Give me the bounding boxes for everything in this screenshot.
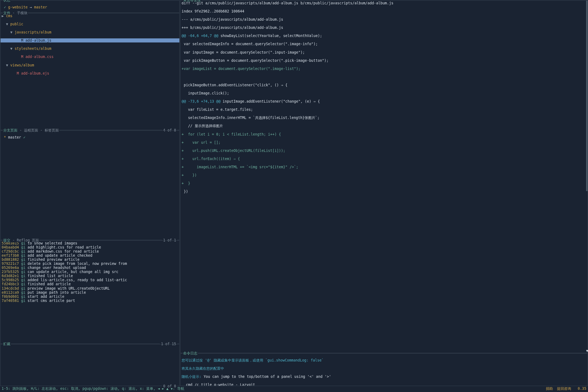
commit-row[interactable]: 23fb5325gican update article, but change…: [2, 270, 178, 274]
stash-counter: 0 of 0: [162, 384, 177, 388]
file-tree-row[interactable]: M add-album.css: [2, 55, 178, 59]
commit-message: add and update article checked: [27, 253, 178, 258]
diff-panel[interactable]: 未暂存更改 diff --git a/cms/public/javascript…: [180, 0, 588, 353]
commit-message: finished list article: [27, 274, 178, 278]
diff-line[interactable]: diff --git a/cms/public/javascripts/albu…: [182, 1, 586, 5]
scroll-down-icon[interactable]: ▼: [586, 349, 588, 353]
file-tree-row[interactable]: M add-album.js: [1, 38, 179, 42]
diff-line[interactable]: }): [182, 189, 586, 194]
commit-row[interactable]: fd24bbc3gifinished add article: [2, 282, 178, 286]
commit-message: start add article: [27, 295, 178, 299]
commit-author: gi: [21, 286, 27, 290]
app-root: 状态 ✓ g-website → master 文件 - 子模块 ▶ cms ▼…: [0, 0, 588, 392]
commit-row[interactable]: 7af40581gistart cms article part: [2, 299, 178, 303]
commit-row[interactable]: cf29dcbcgiadd markdown.css for read arti…: [2, 249, 178, 253]
commit-row[interactable]: f0b9d601gistart add article: [2, 295, 178, 299]
diff-line[interactable]: inputImage.click();: [182, 91, 586, 95]
diff-line[interactable]: + for (let i = 0; i < fileList.length; i…: [182, 132, 586, 136]
diff-line[interactable]: + url.push(URL.createObjectURL(fileList[…: [182, 149, 586, 153]
file-tree-row[interactable]: ▼ public: [2, 22, 178, 26]
file-tree-row[interactable]: ▼ views/album: [2, 63, 178, 67]
commit-row[interactable]: 979221c7gidelete pick image from local, …: [2, 262, 178, 266]
commit-hash: bd881882: [2, 258, 21, 262]
file-tree-row[interactable]: M add-album.ejs: [2, 71, 178, 75]
files-panel[interactable]: 文件 - 子模块 ▶ cms ▼ public ▼ javascripts/al…: [0, 13, 180, 130]
commit-author: gi: [21, 299, 27, 303]
help-keys: 1-5: 跳到面板, H/L: 左右滚动, esc: 取消, pgup/pgdo…: [2, 387, 184, 391]
commit-message: preview image with URL.createObjectURL: [27, 286, 178, 290]
diff-line[interactable]: +var imageList = document.querySelector(…: [182, 67, 586, 71]
diff-line[interactable]: [182, 75, 586, 79]
diff-line[interactable]: var pickImageButton = document.querySele…: [182, 59, 586, 63]
diff-line[interactable]: + url.forEach((item) ⇒ {: [182, 157, 586, 161]
main-area: 状态 ✓ g-website → master 文件 - 子模块 ▶ cms ▼…: [0, 0, 588, 386]
commit-hash: 7af40581: [2, 299, 21, 303]
cmdlog-line-3: 随机小提示: You can jump to the top/bottom of…: [182, 375, 586, 379]
commit-author: gi: [21, 282, 27, 286]
help-bar: 1-5: 跳到面板, H/L: 左右滚动, esc: 取消, pgup/pgdo…: [0, 386, 588, 392]
commit-hash: eef1f3b8: [2, 253, 21, 258]
diff-line[interactable]: +++ b/cms/public/javascripts/album/add-a…: [182, 26, 586, 30]
diff-scroll-thumb-top[interactable]: [586, 1, 588, 191]
file-tree-row[interactable]: ▼ javascripts/album: [2, 30, 178, 34]
cmdlog-line-2: 将其永久隐藏在您的配置中: [182, 366, 586, 370]
stash-panel[interactable]: 贮藏 0 of 0: [0, 344, 180, 386]
diff-line[interactable]: selectedImageInfo.innerHTML = `共选择${file…: [182, 116, 586, 120]
commit-row[interactable]: 134cdcbdgipreview image with URL.createO…: [2, 286, 178, 290]
diff-line[interactable]: index 9fe2962..260b682 100644: [182, 9, 586, 13]
diff-line[interactable]: @@ -73,6 +74,13 @@ inputImage.addEventLi…: [182, 99, 586, 103]
branches-panel[interactable]: 分支页面 - 远程页面 - 标签页面 * master ✓ 1 of 1: [0, 130, 180, 240]
commit-message: add markdown.css for read article: [27, 249, 178, 253]
commit-message: finished add article: [27, 282, 178, 286]
commit-author: gi: [21, 245, 27, 249]
diff-line[interactable]: + var url = [];: [182, 140, 586, 145]
commit-message: add highlight.css for read article: [27, 245, 178, 249]
diff-line[interactable]: + }): [182, 173, 586, 177]
commit-row[interactable]: 6d3d82e1gifinished list article: [2, 274, 178, 278]
right-column: 未暂存更改 diff --git a/cms/public/javascript…: [180, 0, 588, 386]
commit-hash: 979221c7: [2, 262, 21, 266]
commit-row[interactable]: 04baabd4giadd highlight.css for read art…: [2, 245, 178, 249]
diff-line[interactable]: var inputImage = document.querySelector(…: [182, 50, 586, 54]
commit-row[interactable]: e8112ca9giput image path into article: [2, 290, 178, 295]
diff-line[interactable]: @@ -64,6 +64,7 @@ showDayList(selectYear…: [182, 34, 586, 38]
commit-row[interactable]: 05269e6agichange user headshot upload: [2, 266, 178, 270]
branch-row[interactable]: * master ✓: [2, 135, 178, 139]
diff-line[interactable]: + }: [182, 181, 586, 185]
diff-line[interactable]: pickImageButton.addEventListener("click"…: [182, 83, 586, 87]
commit-row[interactable]: 5c998b25giadded lis-article.css, ready t…: [2, 278, 178, 282]
commit-message: delete pick image from local, now previe…: [27, 262, 178, 266]
commits-panel[interactable]: 提交 - Reflog 页面 55803815gito show selecte…: [0, 240, 180, 344]
command-log-title: 命令日志: [183, 351, 198, 355]
commit-message: added lis-article.css, ready to add list…: [27, 278, 178, 282]
stash-title: 贮藏: [3, 342, 11, 346]
commit-hash: f0b9d601: [2, 295, 21, 299]
commit-message: finished preview article: [27, 258, 178, 262]
commit-hash: 04baabd4: [2, 245, 21, 249]
diff-line[interactable]: var selectedImageInfo = document.querySe…: [182, 42, 586, 46]
commit-hash: 134cdcbd: [2, 286, 21, 290]
diff-title: 未暂存更改: [183, 0, 201, 2]
commit-message: put image path into article: [27, 290, 178, 295]
file-tree-row[interactable]: ▼ stylesheets/album: [2, 47, 178, 51]
status-line[interactable]: ✓ g-website → master: [2, 5, 178, 9]
commit-author: gi: [21, 258, 27, 262]
commit-hash: 5c998b25: [2, 278, 21, 282]
commit-hash: 6d3d82e1: [2, 274, 21, 278]
status-title: 状态: [3, 0, 11, 2]
commit-hash: fd24bbc3: [2, 282, 21, 286]
diff-line[interactable]: --- a/cms/public/javascripts/album/add-a…: [182, 17, 586, 22]
file-tree-row[interactable]: ▶ cms: [2, 14, 178, 18]
diff-scrollbar[interactable]: ▼: [586, 1, 588, 353]
commit-author: gi: [21, 295, 27, 299]
commit-author: gi: [21, 262, 27, 266]
commit-row[interactable]: bd881882gifinished preview article: [2, 258, 178, 262]
commit-hash: e8112ca9: [2, 290, 21, 295]
diff-line[interactable]: // 显示所选择得图片: [182, 124, 586, 128]
diff-line[interactable]: var fileList = e.target.files;: [182, 108, 586, 112]
commit-author: gi: [21, 266, 27, 270]
commit-row[interactable]: eef1f3b8giadd and update article checked: [2, 253, 178, 258]
diff-line[interactable]: + imageList.innerHTML += `<img src="${it…: [182, 165, 586, 169]
command-log-panel[interactable]: 命令日志 您可以通过按 '@' 隐藏或集中显示该面板，或使用 `gui.show…: [180, 353, 588, 386]
cmdlog-line-4: cmd /c title g-website - Lazygit: [182, 383, 586, 386]
